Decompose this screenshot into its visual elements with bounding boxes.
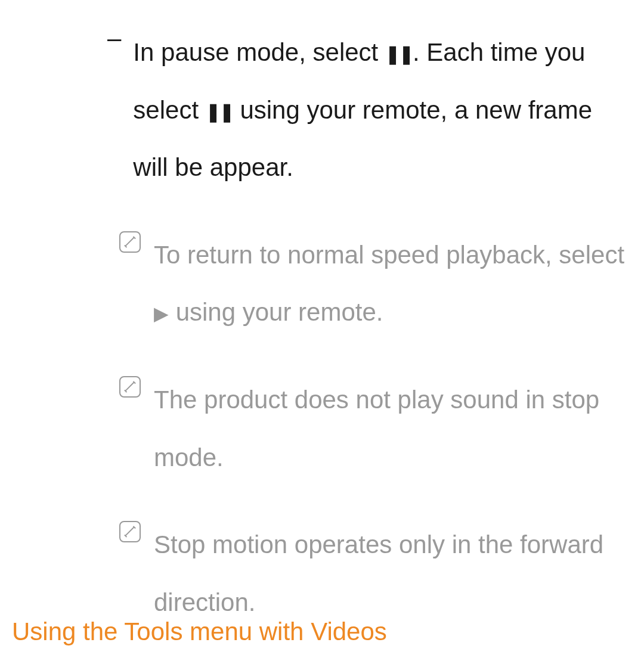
bullet-dash: – xyxy=(107,24,121,197)
note-item-3: Stop motion operates only in the forward… xyxy=(119,516,632,631)
note-icon xyxy=(119,521,141,542)
note-text-before: To return to normal speed playback, sele… xyxy=(154,241,624,269)
section-heading: Using the Tools menu with Videos xyxy=(12,617,387,646)
bullet-text: In pause mode, select ❚❚. Each time you … xyxy=(133,24,632,197)
note-icon xyxy=(119,231,141,253)
note-text: The product does not play sound in stop … xyxy=(154,371,632,486)
pause-icon: ❚❚ xyxy=(385,44,413,64)
bullet-item: – In pause mode, select ❚❚. Each time yo… xyxy=(107,24,632,197)
play-icon: ▶ xyxy=(154,303,169,324)
note-text-after: using your remote. xyxy=(169,298,383,326)
note-item-1: To return to normal speed playback, sele… xyxy=(119,226,632,342)
note-text: Stop motion operates only in the forward… xyxy=(154,516,632,631)
bullet-text-part1: In pause mode, select xyxy=(133,38,385,66)
note-text-before: Stop motion operates only in the forward… xyxy=(154,530,603,616)
note-item-2: The product does not play sound in stop … xyxy=(119,371,632,486)
note-text: To return to normal speed playback, sele… xyxy=(154,226,632,342)
pause-icon: ❚❚ xyxy=(206,102,233,122)
note-icon xyxy=(119,376,141,398)
note-text-before: The product does not play sound in stop … xyxy=(154,386,599,471)
